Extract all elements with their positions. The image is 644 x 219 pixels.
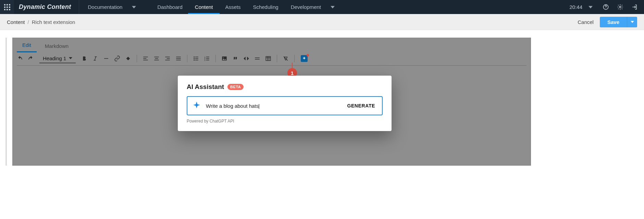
undo-button[interactable] bbox=[15, 54, 24, 63]
apps-grid-button[interactable] bbox=[0, 0, 14, 14]
tab-edit[interactable]: Edit bbox=[17, 39, 37, 52]
ai-assistant-modal: AI Assistant BETA Write a blog about hat… bbox=[178, 76, 392, 131]
image-button[interactable] bbox=[220, 54, 229, 63]
align-center-icon bbox=[153, 55, 160, 62]
redo-icon bbox=[28, 55, 34, 62]
apps-grid-icon bbox=[4, 4, 10, 10]
unlink-button[interactable] bbox=[124, 54, 133, 63]
topbar: Dynamic Content Documentation Dashboard … bbox=[0, 0, 644, 14]
powered-by-label: Powered by ChatGPT API bbox=[187, 119, 383, 124]
logout-button[interactable] bbox=[630, 2, 639, 12]
undo-icon bbox=[17, 55, 23, 62]
sparkle-icon bbox=[302, 56, 307, 61]
number-list-icon: 123 bbox=[204, 55, 210, 62]
editor-toolbar: Heading 1 123 bbox=[13, 52, 531, 65]
link-button[interactable] bbox=[113, 54, 122, 63]
italic-icon bbox=[92, 55, 98, 62]
toolbar-sep bbox=[294, 55, 295, 62]
table-icon bbox=[265, 55, 271, 62]
svg-rect-16 bbox=[206, 60, 209, 61]
nav-label: Dashboard bbox=[157, 4, 182, 10]
format-value: Heading 1 bbox=[43, 55, 66, 61]
ai-title: AI Assistant bbox=[187, 83, 224, 91]
chevron-down-icon bbox=[69, 57, 72, 59]
divider bbox=[79, 0, 79, 14]
editor-tabs: Edit Markdown bbox=[13, 38, 531, 52]
strike-button[interactable] bbox=[102, 54, 111, 63]
hr-button[interactable] bbox=[253, 54, 262, 63]
bold-icon bbox=[81, 55, 87, 62]
bullet-list-icon bbox=[193, 55, 199, 62]
svg-point-18 bbox=[223, 57, 224, 58]
align-left-button[interactable] bbox=[141, 54, 150, 63]
code-button[interactable] bbox=[242, 54, 251, 63]
help-icon bbox=[603, 4, 609, 10]
svg-point-2 bbox=[619, 6, 621, 8]
align-center-button[interactable] bbox=[152, 54, 161, 63]
settings-button[interactable] bbox=[615, 2, 625, 12]
exit-icon bbox=[631, 4, 638, 10]
number-list-button[interactable]: 123 bbox=[202, 54, 211, 63]
chevron-down-icon bbox=[331, 5, 335, 9]
svg-rect-14 bbox=[206, 58, 209, 59]
generate-button[interactable]: GENERATE bbox=[345, 103, 377, 108]
align-justify-button[interactable] bbox=[174, 54, 183, 63]
cancel-button[interactable]: Cancel bbox=[578, 19, 594, 25]
breadcrumb-sep: / bbox=[28, 19, 29, 25]
nav-assets[interactable]: Assets bbox=[219, 0, 247, 14]
format-select[interactable]: Heading 1 bbox=[39, 54, 76, 63]
breadcrumb-page: Rich text extension bbox=[32, 19, 75, 25]
save-group: Save bbox=[600, 17, 637, 27]
editor-stage: Edit Markdown Heading 1 123 bbox=[0, 30, 644, 166]
save-button[interactable]: Save bbox=[600, 17, 627, 27]
chevron-down-icon bbox=[631, 21, 634, 23]
redo-button[interactable] bbox=[26, 54, 35, 63]
svg-text:3: 3 bbox=[205, 59, 206, 61]
italic-button[interactable] bbox=[91, 54, 100, 63]
align-right-button[interactable] bbox=[163, 54, 172, 63]
code-icon bbox=[243, 55, 249, 62]
bullet-list-button[interactable] bbox=[191, 54, 200, 63]
toolbar-sep bbox=[215, 55, 216, 62]
left-rail bbox=[5, 38, 7, 166]
align-right-icon bbox=[164, 55, 171, 62]
toolbar-sep bbox=[277, 55, 277, 62]
clear-format-button[interactable] bbox=[281, 54, 290, 63]
editor-panel: Edit Markdown Heading 1 123 bbox=[12, 38, 531, 166]
chevron-down-icon bbox=[589, 5, 593, 9]
breadcrumb-root[interactable]: Content bbox=[7, 19, 25, 25]
prompt-box: Write a blog about hats GENERATE bbox=[187, 96, 383, 115]
hr-icon bbox=[254, 55, 260, 62]
save-dropdown-button[interactable] bbox=[627, 17, 637, 27]
topbar-right: 20:44 bbox=[566, 2, 644, 12]
image-icon bbox=[221, 55, 227, 62]
prompt-input[interactable]: Write a blog about hats bbox=[206, 103, 340, 109]
nav-label: Content bbox=[195, 4, 213, 10]
table-button[interactable] bbox=[264, 54, 273, 63]
svg-rect-19 bbox=[255, 57, 260, 58]
nav-scheduling[interactable]: Scheduling bbox=[247, 0, 284, 14]
svg-rect-21 bbox=[266, 56, 271, 61]
toolbar-sep bbox=[187, 55, 187, 62]
svg-rect-10 bbox=[195, 60, 198, 61]
svg-point-7 bbox=[194, 58, 195, 59]
help-button[interactable] bbox=[601, 2, 610, 12]
align-justify-icon bbox=[175, 55, 182, 62]
ai-assistant-button[interactable] bbox=[301, 55, 308, 62]
gear-icon bbox=[617, 4, 623, 10]
quote-button[interactable] bbox=[231, 54, 240, 63]
nav-label: Scheduling bbox=[253, 4, 278, 10]
nav-content[interactable]: Content bbox=[189, 0, 219, 14]
toolbar-sep bbox=[137, 55, 137, 62]
bold-button[interactable] bbox=[80, 54, 89, 63]
minus-icon bbox=[103, 55, 109, 62]
tab-markdown[interactable]: Markdown bbox=[39, 40, 74, 52]
clear-format-icon bbox=[283, 55, 289, 62]
time-selector[interactable]: 20:44 bbox=[566, 4, 596, 10]
svg-point-9 bbox=[194, 60, 195, 61]
nav-label: Documentation bbox=[88, 4, 123, 10]
nav-development[interactable]: Development bbox=[285, 0, 350, 14]
nav-documentation[interactable]: Documentation bbox=[82, 0, 151, 14]
svg-rect-12 bbox=[206, 57, 209, 57]
nav-dashboard[interactable]: Dashboard bbox=[151, 0, 188, 14]
